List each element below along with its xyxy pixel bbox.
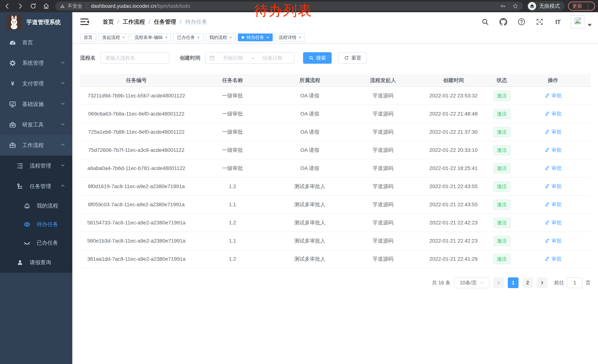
- sidebar-item-label: 工作流程: [22, 142, 44, 149]
- tab-process-form-edit[interactable]: 流程表单-编辑×: [131, 33, 171, 41]
- url-path[interactable]: /bpm/task/todo: [156, 3, 190, 9]
- github-icon[interactable]: [499, 18, 507, 26]
- tags-bar: 首页 发起流程× 流程表单-编辑× 已办任务× 我的流程× 待办任务× 流程详情…: [72, 32, 598, 44]
- cell-task-name: 一级审批: [193, 105, 272, 123]
- page-button-2[interactable]: 2: [522, 277, 533, 288]
- url-host[interactable]: dashboard.yudao.iocoder.cn: [91, 3, 156, 9]
- sidebar-item-payment[interactable]: ¥ 支付管理: [0, 73, 72, 94]
- incognito-icon: [528, 2, 536, 10]
- breadcrumb-task-management[interactable]: 任务管理: [154, 18, 176, 26]
- home-icon[interactable]: [42, 2, 50, 10]
- sidebar-item-my-process[interactable]: 我的流程: [0, 197, 72, 215]
- breadcrumb-workflow[interactable]: 工作流程: [123, 18, 145, 26]
- font-size-icon[interactable]: tT: [554, 18, 562, 26]
- fullscreen-icon[interactable]: [535, 18, 544, 26]
- back-icon[interactable]: [3, 2, 11, 10]
- incognito-badge: 无痕模式: [527, 1, 565, 11]
- sidebar-item-home[interactable]: 首页: [0, 32, 72, 53]
- tab-home[interactable]: 首页: [80, 33, 96, 41]
- process-name-input[interactable]: [100, 52, 169, 64]
- address-bar[interactable]: 不安全 dashboard.yudao.iocoder.cn/bpm/task/…: [55, 2, 523, 11]
- tab-done-tasks[interactable]: 已办任务×: [173, 33, 203, 41]
- cell-process: OA 请假: [272, 159, 347, 177]
- tab-label: 首页: [84, 34, 93, 40]
- close-icon[interactable]: ×: [197, 35, 200, 40]
- date-range-picker[interactable]: 开始日期 - 结束日期: [205, 52, 295, 64]
- tab-process-detail[interactable]: 流程详情×: [275, 33, 305, 41]
- sidebar-item-leave-query[interactable]: 请假查询: [0, 252, 72, 273]
- chevron-down-icon: [60, 122, 65, 128]
- next-page-button[interactable]: [537, 277, 548, 288]
- approve-link[interactable]: 审批: [544, 201, 562, 208]
- pagination: 共 16 条 10条/页 1 2 前往 页: [80, 277, 590, 288]
- sidebar-item-process-management[interactable]: 流程管理: [0, 155, 72, 176]
- sidebar-item-task-management[interactable]: 任务管理: [0, 176, 72, 197]
- search-button[interactable]: 搜索: [303, 52, 332, 64]
- cell-task-id: 580e1b3d-7ac8-11ec-a9e2-a2380e71991a: [80, 232, 193, 250]
- reset-button[interactable]: 重置: [338, 52, 367, 64]
- star-icon[interactable]: [512, 3, 518, 9]
- close-icon[interactable]: ×: [266, 35, 269, 40]
- edit-icon: [544, 184, 550, 189]
- cell-task-name: 1.2: [193, 214, 272, 232]
- sidebar-item-label: 我的流程: [37, 202, 58, 210]
- tab-label: 我的流程: [209, 34, 227, 40]
- robot-icon: [23, 202, 31, 209]
- help-icon[interactable]: [517, 18, 526, 26]
- prev-page-button[interactable]: [493, 277, 504, 288]
- security-label[interactable]: 不安全: [67, 3, 83, 9]
- approve-link[interactable]: 审批: [544, 110, 562, 117]
- start-date-placeholder[interactable]: 开始日期: [215, 55, 251, 61]
- page-size-select[interactable]: 10条/页: [454, 277, 490, 288]
- approve-link[interactable]: 审批: [544, 256, 562, 262]
- key-icon[interactable]: [500, 3, 506, 9]
- approve-link[interactable]: 审批: [544, 237, 562, 244]
- sidebar-item-infrastructure[interactable]: 基础设施: [0, 94, 72, 114]
- breadcrumb-home[interactable]: 首页: [103, 18, 114, 26]
- app-logo-row[interactable]: 芋道管理系统: [0, 12, 72, 32]
- goto-page-input[interactable]: [567, 277, 583, 288]
- sidebar-item-dev-tools[interactable]: 研发工具: [0, 114, 72, 135]
- approve-link-label: 审批: [551, 183, 562, 190]
- close-icon[interactable]: ×: [229, 35, 232, 40]
- collapse-sidebar-icon[interactable]: [80, 18, 89, 25]
- cell-created-at: 2022-01-21 22:41:29: [419, 250, 488, 268]
- page-button-1[interactable]: 1: [508, 277, 519, 288]
- chevron-down-icon: [60, 60, 65, 66]
- approve-link[interactable]: 审批: [544, 165, 562, 171]
- tab-my-process[interactable]: 我的流程×: [206, 33, 236, 41]
- close-icon[interactable]: ×: [122, 35, 125, 40]
- cell-initiator: 芋道源码: [347, 232, 419, 250]
- col-process: 所属流程: [272, 74, 347, 87]
- reload-icon[interactable]: [29, 2, 37, 10]
- more-vertical-icon[interactable]: ⋮: [585, 3, 591, 9]
- approve-link[interactable]: 审批: [544, 129, 562, 135]
- approve-link[interactable]: 审批: [544, 92, 562, 99]
- sidebar-item-workflow[interactable]: 工作流程: [0, 135, 72, 155]
- sidebar-item-todo-tasks[interactable]: 待办任务: [0, 215, 72, 234]
- forward-icon[interactable]: [16, 2, 25, 10]
- sidebar-item-system[interactable]: 系统管理: [0, 53, 72, 73]
- sidebar-item-label: 请假查询: [30, 259, 51, 266]
- approve-link[interactable]: 审批: [544, 147, 562, 153]
- chevron-down-icon[interactable]: [588, 24, 592, 26]
- approve-link[interactable]: 审批: [544, 219, 562, 226]
- search-icon[interactable]: [481, 18, 490, 26]
- cell-task-name: 1.1: [193, 232, 272, 250]
- approve-link-label: 审批: [551, 237, 562, 244]
- cell-initiator: 芋道源码: [347, 105, 419, 123]
- update-label[interactable]: 更新: [572, 3, 582, 9]
- sidebar-item-done-tasks[interactable]: 已办任务: [0, 234, 72, 252]
- tab-todo-tasks[interactable]: 待办任务×: [238, 33, 273, 41]
- tab-start-process[interactable]: 发起流程×: [99, 33, 129, 41]
- close-icon[interactable]: ×: [299, 35, 301, 40]
- end-date-placeholder[interactable]: 结束日期: [254, 55, 291, 61]
- close-icon[interactable]: ×: [165, 35, 167, 40]
- col-actions: 操作: [515, 74, 590, 87]
- approve-link[interactable]: 审批: [544, 183, 562, 190]
- update-button[interactable]: 更新 ⋮: [568, 2, 595, 11]
- avatar[interactable]: [571, 15, 584, 29]
- breadcrumb-separator: /: [180, 19, 181, 25]
- refresh-icon: [344, 55, 349, 61]
- table-row: 069c6a63-7b8a-11ec-8ef0-acde48001122 一级审…: [80, 105, 590, 123]
